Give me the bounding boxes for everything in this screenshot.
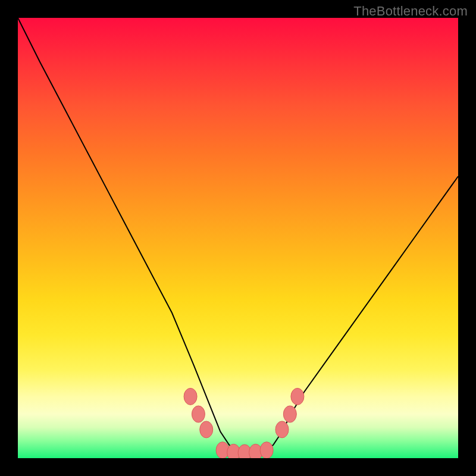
marker-right-lower [275,421,289,438]
marker-left-lower [200,421,213,438]
curve-layer [18,18,458,458]
watermark-text: TheBottleneck.com [353,4,468,19]
bottleneck-curve [18,18,458,453]
plot-area [18,18,458,458]
chart-container: TheBottleneck.com [0,0,476,476]
marker-right-mid [283,406,296,422]
marker-bottom-5 [260,442,273,458]
marker-right-upper [291,388,304,405]
marker-left-mid [192,406,205,422]
marker-left-upper [184,388,197,405]
marker-group [184,388,304,458]
